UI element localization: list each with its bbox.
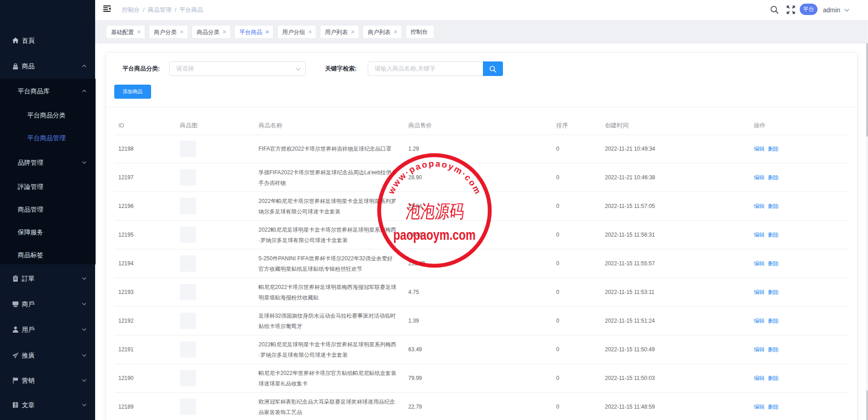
svg-text:paopaoym.com: paopaoym.com bbox=[393, 227, 476, 243]
svg-text:泡泡源码: 泡泡源码 bbox=[405, 201, 466, 222]
